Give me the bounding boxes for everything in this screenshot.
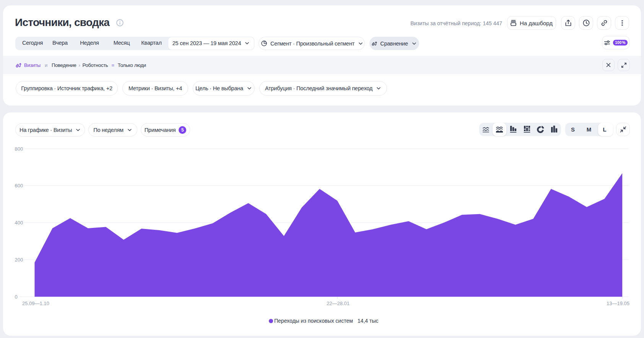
svg-text:600: 600 xyxy=(15,183,23,188)
svg-text:25.09—1.10: 25.09—1.10 xyxy=(22,301,49,306)
svg-text:400: 400 xyxy=(15,220,23,226)
svg-text:800: 800 xyxy=(15,146,23,152)
svg-text:0: 0 xyxy=(15,294,18,300)
svg-text:22—28.01: 22—28.01 xyxy=(327,301,350,306)
svg-text:200: 200 xyxy=(15,257,23,263)
svg-text:13—19.05: 13—19.05 xyxy=(607,301,629,306)
